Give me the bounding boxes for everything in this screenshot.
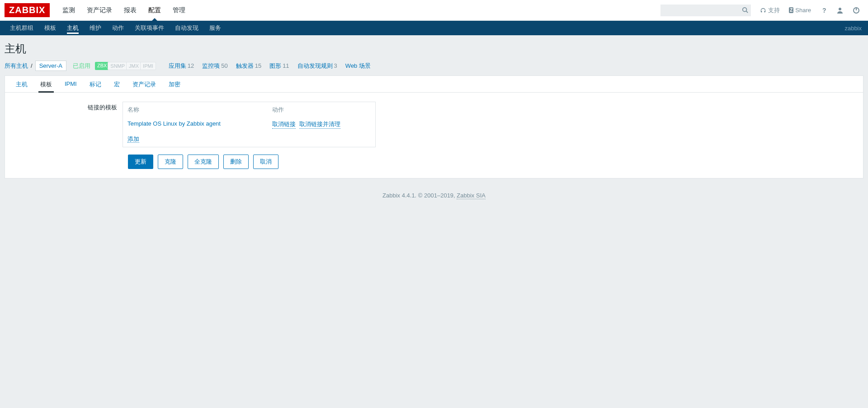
all-hosts-link[interactable]: 所有主机 bbox=[5, 62, 28, 70]
sub-services[interactable]: 服务 bbox=[204, 21, 226, 35]
delete-button[interactable]: 删除 bbox=[223, 155, 249, 169]
tabs: 主机 模板 IPMI 标记 宏 资产记录 加密 bbox=[5, 76, 863, 93]
tab-inventory[interactable]: 资产记录 bbox=[131, 76, 158, 92]
add-row: 添加 bbox=[123, 131, 375, 147]
th-name: 名称 bbox=[123, 102, 268, 117]
host-name-box[interactable]: Server-A bbox=[35, 61, 66, 71]
template-link[interactable]: Template OS Linux by Zabbix agent bbox=[127, 120, 221, 127]
filter-bar: 所有主机 / Server-A 已启用 ZBX SNMP JMX IPMI 应用… bbox=[0, 61, 868, 75]
filter-discovery[interactable]: 自动发现规则3 bbox=[291, 62, 337, 70]
content-card: 主机 模板 IPMI 标记 宏 资产记录 加密 链接的模板 名称 动作 Temp… bbox=[5, 75, 863, 178]
menu-reports[interactable]: 报表 bbox=[118, 0, 142, 20]
tag-jmx: JMX bbox=[126, 62, 142, 70]
filter-items[interactable]: 监控项50 bbox=[196, 62, 227, 70]
filter-triggers[interactable]: 触发器15 bbox=[230, 62, 261, 70]
template-header: 名称 动作 bbox=[123, 102, 375, 117]
top-right: 支持 Z Share ? bbox=[660, 4, 863, 17]
svg-line-1 bbox=[746, 11, 748, 13]
tab-ipmi[interactable]: IPMI bbox=[63, 76, 79, 92]
tag-zbx: ZBX bbox=[95, 62, 109, 70]
template-box: 名称 动作 Template OS Linux by Zabbix agent … bbox=[123, 102, 376, 147]
support-label: 支持 bbox=[768, 6, 780, 14]
form-area: 链接的模板 名称 动作 Template OS Linux by Zabbix … bbox=[5, 93, 863, 178]
sub-hostgroups[interactable]: 主机群组 bbox=[5, 21, 39, 35]
svg-point-0 bbox=[743, 7, 747, 11]
clone-button[interactable]: 克隆 bbox=[158, 155, 183, 169]
search-icon[interactable] bbox=[742, 7, 748, 13]
headset-icon bbox=[760, 7, 766, 14]
support-link[interactable]: 支持 bbox=[756, 4, 783, 17]
button-row: 更新 克隆 全克隆 删除 取消 bbox=[128, 155, 854, 169]
footer-link[interactable]: Zabbix SIA bbox=[457, 192, 486, 199]
menu-configuration[interactable]: 配置 bbox=[142, 0, 167, 20]
sub-hosts[interactable]: 主机 bbox=[61, 21, 84, 35]
tab-tags[interactable]: 标记 bbox=[88, 76, 103, 92]
menu-monitoring[interactable]: 监测 bbox=[57, 0, 81, 20]
menu-inventory[interactable]: 资产记录 bbox=[81, 0, 118, 20]
debug-label: zabbix bbox=[844, 25, 863, 32]
filter-applications[interactable]: 应用集12 bbox=[162, 62, 194, 70]
logout-button[interactable] bbox=[849, 4, 863, 17]
interface-tags: ZBX SNMP JMX IPMI bbox=[95, 62, 156, 70]
search-wrap bbox=[660, 5, 751, 16]
help-button[interactable]: ? bbox=[816, 4, 831, 17]
z-icon: Z bbox=[789, 7, 793, 13]
sub-discovery[interactable]: 自动发现 bbox=[170, 21, 204, 35]
filter-graphs[interactable]: 图形11 bbox=[263, 62, 289, 70]
sub-nav: 主机群组 模板 主机 维护 动作 关联项事件 自动发现 服务 zabbix bbox=[0, 21, 868, 35]
question-icon: ? bbox=[820, 7, 827, 14]
sub-menu: 主机群组 模板 主机 维护 动作 关联项事件 自动发现 服务 bbox=[5, 21, 226, 35]
logo[interactable]: ZABBIX bbox=[5, 3, 50, 17]
sub-correlation[interactable]: 关联项事件 bbox=[129, 21, 170, 35]
filter-web[interactable]: Web 场景 bbox=[339, 62, 371, 70]
sub-actions[interactable]: 动作 bbox=[107, 21, 129, 35]
svg-point-3 bbox=[839, 8, 841, 10]
status-enabled: 已启用 bbox=[73, 62, 90, 70]
unlink-link[interactable]: 取消链接 bbox=[272, 120, 296, 129]
page-title: 主机 bbox=[0, 35, 868, 61]
th-action: 动作 bbox=[268, 102, 288, 117]
field-linked-templates: 名称 动作 Template OS Linux by Zabbix agent … bbox=[123, 102, 376, 147]
update-button[interactable]: 更新 bbox=[128, 155, 153, 169]
td-template-name: Template OS Linux by Zabbix agent bbox=[123, 117, 268, 131]
sub-templates[interactable]: 模板 bbox=[39, 21, 61, 35]
tab-encryption[interactable]: 加密 bbox=[167, 76, 182, 92]
menu-administration[interactable]: 管理 bbox=[167, 0, 191, 20]
footer-text: Zabbix 4.4.1. © 2001–2019, bbox=[382, 192, 457, 199]
form-row-linked: 链接的模板 名称 动作 Template OS Linux by Zabbix … bbox=[14, 102, 854, 147]
full-clone-button[interactable]: 全克隆 bbox=[188, 155, 219, 169]
crumb-sep: / bbox=[30, 62, 33, 69]
tag-ipmi: IPMI bbox=[140, 62, 156, 70]
top-nav: ZABBIX 监测 资产记录 报表 配置 管理 支持 Z Share ? bbox=[0, 0, 868, 21]
user-icon bbox=[836, 7, 844, 14]
tag-snmp: SNMP bbox=[108, 62, 127, 70]
svg-text:?: ? bbox=[822, 7, 826, 14]
share-label: Share bbox=[795, 7, 811, 14]
tab-templates[interactable]: 模板 bbox=[38, 76, 54, 92]
share-link[interactable]: Z Share bbox=[785, 4, 815, 16]
template-row: Template OS Linux by Zabbix agent 取消链接 取… bbox=[123, 117, 375, 131]
top-menu: 监测 资产记录 报表 配置 管理 bbox=[57, 0, 660, 20]
footer: Zabbix 4.4.1. © 2001–2019, Zabbix SIA bbox=[0, 183, 868, 208]
tab-host[interactable]: 主机 bbox=[14, 76, 29, 92]
user-button[interactable] bbox=[833, 4, 847, 17]
power-icon bbox=[853, 7, 860, 14]
tab-macros[interactable]: 宏 bbox=[112, 76, 122, 92]
unlink-clear-link[interactable]: 取消链接并清理 bbox=[299, 120, 340, 129]
search-input[interactable] bbox=[660, 5, 751, 16]
sub-maintenance[interactable]: 维护 bbox=[84, 21, 107, 35]
add-link[interactable]: 添加 bbox=[127, 136, 139, 143]
label-linked-templates: 链接的模板 bbox=[14, 102, 123, 112]
td-action: 取消链接 取消链接并清理 bbox=[268, 117, 345, 131]
cancel-button[interactable]: 取消 bbox=[253, 155, 278, 169]
